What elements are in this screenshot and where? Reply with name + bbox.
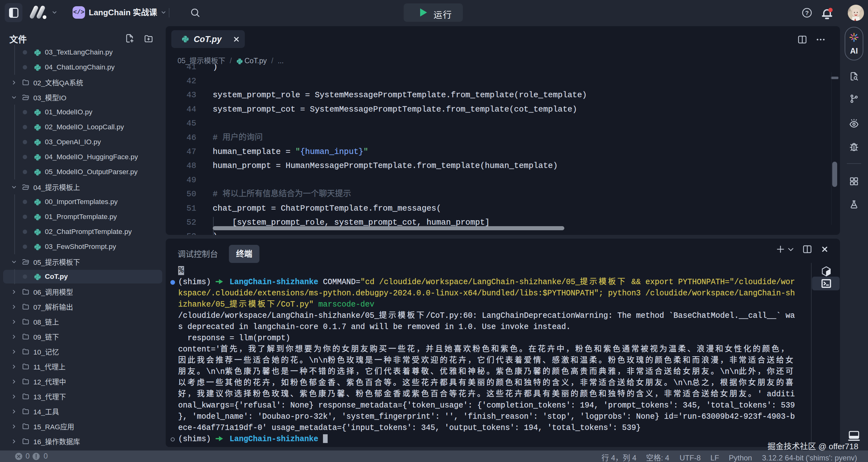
svg-text:?: ? xyxy=(805,10,809,16)
